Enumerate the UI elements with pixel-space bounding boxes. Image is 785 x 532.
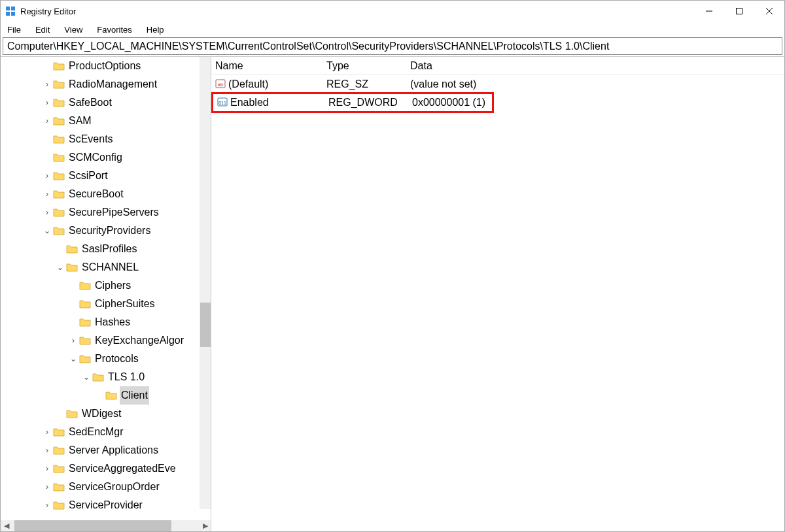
tree-item[interactable]: ›SaslProfiles xyxy=(1,240,211,258)
value-row[interactable]: 011EnabledREG_DWORD0x00000001 (1) xyxy=(211,92,494,113)
tree-item-label: CipherSuites xyxy=(94,295,156,313)
menu-file[interactable]: File xyxy=(5,24,24,36)
folder-icon xyxy=(53,189,65,199)
column-type[interactable]: Type xyxy=(323,60,406,72)
folder-icon xyxy=(53,171,65,181)
tree-item[interactable]: ›WDigest xyxy=(1,405,211,423)
expand-icon[interactable]: › xyxy=(43,459,52,478)
menu-bar: File Edit View Favorites Help xyxy=(1,22,784,37)
tree-item[interactable]: ›ServiceGroupOrder xyxy=(1,478,211,496)
tree-item[interactable]: ›ServiceProvider xyxy=(1,496,211,514)
menu-edit[interactable]: Edit xyxy=(33,24,52,36)
tree-item[interactable]: ⌄TLS 1.0 xyxy=(1,368,211,386)
expand-icon[interactable]: › xyxy=(43,478,52,496)
folder-icon xyxy=(66,262,78,273)
tree-item[interactable]: ›Client xyxy=(1,386,211,405)
tree-item-label: Hashes xyxy=(94,313,131,331)
tree-item-label: Ciphers xyxy=(94,276,132,295)
folder-icon xyxy=(53,134,65,144)
tree-item-label: SCMConfig xyxy=(67,148,124,167)
tree-item[interactable]: ›CipherSuites xyxy=(1,295,211,313)
value-name-cell: 011Enabled xyxy=(213,97,324,108)
column-name[interactable]: Name xyxy=(211,60,323,72)
tree-item[interactable]: ›Ciphers xyxy=(1,276,211,295)
tree-item-label: TLS 1.0 xyxy=(107,368,146,386)
title-bar: Registry Editor xyxy=(1,1,784,22)
registry-tree[interactable]: ›ProductOptions›RadioManagement›SafeBoot… xyxy=(1,57,211,520)
expand-icon[interactable]: › xyxy=(43,423,52,441)
tree-item-label: KeyExchangeAlgor xyxy=(94,331,185,350)
string-value-icon: ab xyxy=(215,78,226,89)
tree-item[interactable]: ›SedEncMgr xyxy=(1,423,211,441)
tree-item-label: ServiceGroupOrder xyxy=(67,478,161,496)
value-row[interactable]: ab(Default)REG_SZ(value not set) xyxy=(211,75,784,93)
tree-item-label: ScsiPort xyxy=(67,167,109,185)
tree-item[interactable]: ›Hashes xyxy=(1,313,211,331)
tree-item-label: SecureBoot xyxy=(67,185,125,203)
hscroll-thumb[interactable] xyxy=(14,520,171,531)
values-header: Name Type Data xyxy=(211,57,784,75)
collapse-icon[interactable]: ⌄ xyxy=(56,258,65,276)
tree-item-label: Client xyxy=(120,386,149,405)
tree-vscrollbar[interactable] xyxy=(200,57,211,509)
hscroll-left-arrow[interactable]: ◀ xyxy=(1,520,12,531)
expand-icon[interactable]: › xyxy=(43,93,52,112)
tree-pane: ›ProductOptions›RadioManagement›SafeBoot… xyxy=(1,57,211,531)
expand-icon[interactable]: › xyxy=(43,75,52,93)
maximize-button[interactable] xyxy=(724,1,754,22)
binary-value-icon: 011 xyxy=(217,97,228,107)
svg-text:011: 011 xyxy=(218,101,226,105)
tree-item[interactable]: ›Server Applications xyxy=(1,441,211,459)
expand-icon[interactable]: › xyxy=(43,112,52,130)
tree-item[interactable]: ›ScsiPort xyxy=(1,167,211,185)
minimize-button[interactable] xyxy=(694,1,724,22)
tree-item-label: SaslProfiles xyxy=(80,240,138,258)
folder-icon xyxy=(79,280,91,291)
tree-item[interactable]: ›SecurePipeServers xyxy=(1,203,211,222)
collapse-icon[interactable]: ⌄ xyxy=(43,222,52,240)
hscroll-right-arrow[interactable]: ▶ xyxy=(200,520,211,531)
tree-item[interactable]: ›SafeBoot xyxy=(1,93,211,112)
expand-icon[interactable]: › xyxy=(43,185,52,203)
tree-item[interactable]: ›SAM xyxy=(1,112,211,130)
menu-view[interactable]: View xyxy=(61,24,85,36)
tree-item-label: SecurityProviders xyxy=(67,222,152,240)
tree-item[interactable]: ›SecureBoot xyxy=(1,185,211,203)
tree-hscrollbar[interactable]: ◀ ▶ xyxy=(1,520,211,531)
expand-icon[interactable]: › xyxy=(43,203,52,222)
tree-vscroll-thumb[interactable] xyxy=(200,303,211,347)
expand-icon[interactable]: › xyxy=(69,331,78,350)
tree-item[interactable]: ›SCMConfig xyxy=(1,148,211,167)
values-list[interactable]: ab(Default)REG_SZ(value not set)011Enabl… xyxy=(211,75,784,113)
close-button[interactable] xyxy=(754,1,784,22)
column-data[interactable]: Data xyxy=(406,60,784,72)
folder-icon xyxy=(53,463,65,474)
tree-item-label: Protocols xyxy=(94,350,140,368)
address-input[interactable] xyxy=(6,40,779,53)
tree-item-label: Server Applications xyxy=(67,441,160,459)
expand-icon[interactable]: › xyxy=(43,167,52,185)
tree-item[interactable]: ›ProductOptions xyxy=(1,57,211,75)
collapse-icon[interactable]: ⌄ xyxy=(82,368,91,386)
menu-help[interactable]: Help xyxy=(144,24,167,36)
tree-item-label: ProductOptions xyxy=(67,57,142,75)
window-title: Registry Editor xyxy=(20,7,76,16)
tree-item[interactable]: ›RadioManagement xyxy=(1,75,211,93)
collapse-icon[interactable]: ⌄ xyxy=(69,350,78,368)
window-controls xyxy=(694,1,784,22)
hscroll-track[interactable] xyxy=(12,520,200,531)
tree-item[interactable]: ›KeyExchangeAlgor xyxy=(1,331,211,350)
tree-item-label: SAM xyxy=(67,112,93,130)
tree-item[interactable]: ›ServiceAggregatedEve xyxy=(1,459,211,478)
tree-item[interactable]: ⌄SCHANNEL xyxy=(1,258,211,276)
expand-icon[interactable]: › xyxy=(43,441,52,459)
folder-icon xyxy=(53,116,65,126)
expand-icon[interactable]: › xyxy=(43,496,52,514)
folder-icon xyxy=(53,482,65,492)
tree-item[interactable]: ⌄Protocols xyxy=(1,350,211,368)
values-pane: Name Type Data ab(Default)REG_SZ(value n… xyxy=(211,57,784,531)
menu-favorites[interactable]: Favorites xyxy=(94,24,134,36)
tree-item[interactable]: ⌄SecurityProviders xyxy=(1,222,211,240)
tree-item[interactable]: ›ScEvents xyxy=(1,130,211,148)
folder-icon xyxy=(105,390,117,401)
